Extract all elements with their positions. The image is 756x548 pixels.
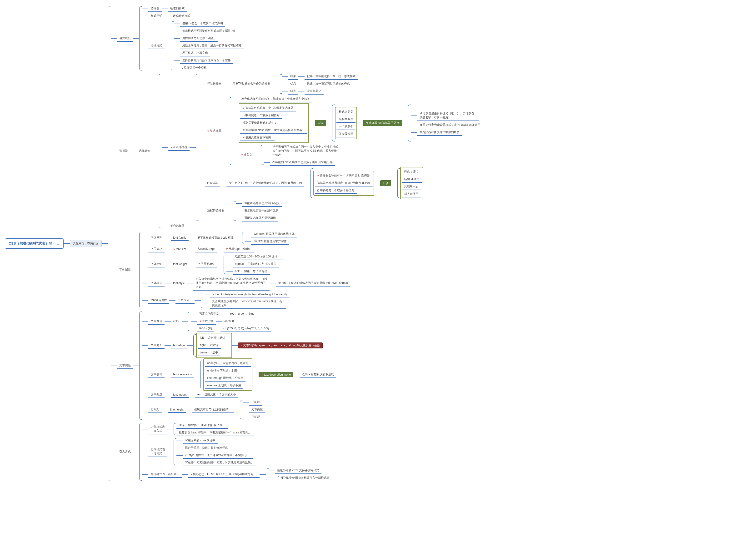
f6[interactable]: 选择器和开始花括号之间保留一个空格 — [180, 57, 233, 64]
font-comp[interactable]: font复合属性 — [148, 297, 169, 304]
e1[interactable]: 新建外部的 CSS 文件并编写样式 — [275, 468, 321, 474]
weight-nounit[interactable]: 不需要单位 — [196, 261, 217, 267]
in2[interactable]: 推荐放在 head 标签中，不要忘记还有一个 style 标签哦。 — [176, 430, 254, 436]
cv3[interactable]: 类选择器在修改样式中用的最多 — [417, 129, 462, 136]
size[interactable]: 字号大小 — [148, 246, 165, 252]
lh-desc[interactable]: 控制文本行与行之间的距离； — [192, 407, 234, 413]
n-id-desc[interactable]: 专门定义 HTML 中某个特定元素的样式，因为 id 是唯一的 — [226, 180, 304, 186]
il1[interactable]: 写在元素的 style 属性中 — [183, 437, 218, 444]
f2[interactable]: 每条样式声明以键值对形式出现：属性: 值 — [180, 28, 238, 34]
cs4[interactable]: 给标签增加 class 属性，属性值是选择器的类名。 — [240, 127, 307, 134]
il4[interactable]: 写在哪个元素就控制哪个元素，对其他元素没有效果。 — [183, 460, 256, 466]
tsr1b[interactable]: 把某一类标签选择出来，统一修改样式 — [305, 73, 358, 80]
w-normal[interactable]: normal ：正常粗细，与 400 等值 — [233, 261, 279, 267]
d2[interactable]: underline 下划线，常用 — [205, 368, 239, 374]
il2[interactable]: 适合于简单、快速、临时修改样式 — [183, 445, 230, 451]
deco-en[interactable]: text-decoration — [171, 372, 194, 377]
style-en[interactable]: font-style — [171, 281, 187, 286]
n-base-sel[interactable]: 基础选择器 — [168, 144, 190, 151]
deco-g[interactable]: text-decoration: none — [259, 372, 293, 377]
k4[interactable]: 开发最常用 — [336, 131, 355, 137]
lh[interactable]: 行间距 — [148, 407, 162, 413]
a1[interactable]: left ： 左对齐（默认） — [198, 335, 231, 341]
d4[interactable]: overline 上划线，几乎不用 — [205, 382, 243, 389]
cv1[interactable]: id 可以看成是身份证号（唯一）／类可以看成是名字（可多人使用） — [417, 111, 479, 121]
ik2[interactable]: 结构 id 调用 — [402, 176, 422, 183]
n-comp-sel[interactable]: 复合选择器 — [168, 223, 187, 229]
tsr3b[interactable]: 没有差异化 — [305, 88, 324, 95]
fam-en[interactable]: font-family — [171, 235, 189, 241]
c3b[interactable]: rgb(255, 0, 0) 或 rgba(255, 0, 0, 0.5) — [220, 326, 271, 332]
ex-core[interactable]: 核心思想：HTML 与 CSS 分离 (结构与样式分离)。 — [188, 471, 260, 478]
il3[interactable]: 在 style 属性中，使用键值对设置样式，不需要 {} ； — [183, 452, 253, 459]
size-desc[interactable]: 谷歌默认16px — [195, 246, 217, 252]
c1a[interactable]: 预定义的颜色名 — [197, 311, 222, 317]
w3[interactable]: 通配符选择器不需要调用 — [242, 215, 278, 221]
c1b[interactable]: red 、green 、blue — [228, 311, 257, 317]
cs5[interactable]: 使用类选择器不需要 . — [240, 135, 275, 141]
align[interactable]: 文本对齐 — [148, 342, 165, 349]
d3[interactable]: line-through 删除线，不常用 — [205, 375, 245, 382]
fc2[interactable]: 复合属性至少要保留： font-size 和 font-family 属性，否则… — [210, 298, 286, 309]
weight[interactable]: 字体粗细 — [148, 261, 165, 267]
n-id-sel[interactable]: id选择器 — [205, 180, 220, 186]
in1[interactable]: 理论上可以放在 HTML 的任何位置； — [176, 422, 228, 429]
weight-en[interactable]: font-weight — [171, 261, 190, 267]
a2[interactable]: right ： 右对齐 — [198, 342, 221, 349]
cv2[interactable]: id 只为特定元素设置样式，常与 JavaScript 联用 — [417, 122, 483, 128]
f1[interactable]: 使用 {} 包含一个或多个样式声明 — [180, 20, 225, 27]
k3[interactable]: 一个或多个 — [336, 124, 355, 130]
c3a[interactable]: RGB 代码 — [197, 326, 214, 332]
ik4[interactable]: 别人勿使用 — [402, 191, 421, 197]
lh3[interactable]: 下间距 — [249, 414, 262, 420]
a3[interactable]: center ： 居中 — [198, 350, 220, 356]
style-desc[interactable]: 对段落中的局部文字进行修饰，例如搜索结果高亮，可以使用 em 标签，然后应用 f… — [193, 276, 270, 291]
cls-vs-id[interactable]: 类选择器与id选择器的区别 — [363, 120, 402, 126]
c2b[interactable]: #ff0000 — [222, 319, 236, 324]
align-en[interactable]: text-align — [171, 343, 187, 348]
f5[interactable]: 展开格式，小写字母 — [180, 50, 210, 56]
n-select-tag[interactable]: 选择标签 — [136, 148, 153, 154]
size-en[interactable]: font-size — [171, 246, 189, 252]
w2[interactable]: 表示选取页面中的所有元素 — [242, 208, 281, 214]
subtitle-node[interactable]: 美化网页，布局页面 — [70, 240, 102, 247]
f3[interactable]: 属性和值之间使用 : 分隔； — [180, 35, 218, 42]
fam[interactable]: 字体系列 — [148, 235, 165, 241]
branch-syntax[interactable]: 语法规范 — [117, 35, 133, 42]
tsr2b[interactable]: 快速、统一设置同类型标签的样式 — [305, 81, 352, 87]
root-node[interactable]: CSS（层叠/级联样式表）第一天 — [5, 238, 64, 249]
id2[interactable]: 选择器名称就是对应 HTML 元素的 id 名称 — [315, 180, 373, 186]
id1[interactable]: 选择器名称前有一个 # 表示是 id 选择器 — [315, 173, 372, 179]
w-range[interactable]: 取值范围 100～900（按 100 递增） — [233, 254, 283, 260]
n-format[interactable]: 语法格式 — [148, 43, 165, 49]
n-tag-sel-desc[interactable]: 用 HTML 标签名称作为选择器 — [230, 81, 273, 87]
c2a[interactable]: 十六进制 — [197, 318, 216, 325]
n-wild-sel[interactable]: 通配符选择器 — [205, 208, 227, 214]
branch-import[interactable]: 引入方式 — [117, 449, 133, 455]
size-unit[interactable]: 带单位px（像素） — [224, 246, 254, 252]
n-change[interactable]: 改成什么样式 — [171, 13, 193, 19]
external[interactable]: 外部样式表（链接式） — [148, 471, 182, 478]
n-selector[interactable]: 选择器 — [148, 5, 162, 12]
m1[interactable]: 把元素相同的样式放在同一个公共类中，个性的样式放在单独的类中，既可以节省 CSS… — [270, 144, 341, 158]
cs2[interactable]: {} 中仍然是一个或多个键值对 — [240, 112, 282, 119]
n-tag-sel[interactable]: 标签选择器 — [205, 81, 224, 87]
style-note[interactable]: 把 em 、i 默认的斜体改为不倾斜显示 font-style: normal — [276, 280, 350, 287]
f4[interactable]: 属性之间使用 ; 分隔。最后一行的分号可以省略 — [180, 43, 244, 49]
lh2[interactable]: 文本高度 — [249, 407, 265, 413]
align-note[interactable]: 文本对齐对 span 、a 、em 、ins 、strong 等元素设置不生效 — [238, 342, 323, 348]
indent[interactable]: 文本缩进 — [148, 392, 165, 398]
style[interactable]: 字体样式 — [148, 280, 165, 287]
m2[interactable]: 在标签的 class 属性中使用多个类名 用空格分隔 — [270, 159, 335, 166]
n-styledecl[interactable]: 样式声明 — [148, 13, 165, 19]
inline[interactable]: 行内样式表（行内式） — [148, 447, 167, 457]
koujue2[interactable]: 口诀 — [380, 180, 391, 186]
w-bold[interactable]: bold ：加粗，与 700 等值 — [233, 268, 270, 275]
fam-mac[interactable]: macOS 推荐使用苹方字体 — [251, 238, 289, 245]
lh1[interactable]: 上间距 — [249, 399, 262, 406]
cs3[interactable]: 找到需要修改样式的标签； — [240, 120, 279, 126]
color-en[interactable]: color — [171, 319, 182, 324]
ik1[interactable]: 样式 # 定义 — [402, 169, 421, 175]
internal[interactable]: 内部样式表（嵌入式） — [148, 424, 167, 434]
n-whose[interactable]: 改谁的样式 — [168, 5, 187, 12]
